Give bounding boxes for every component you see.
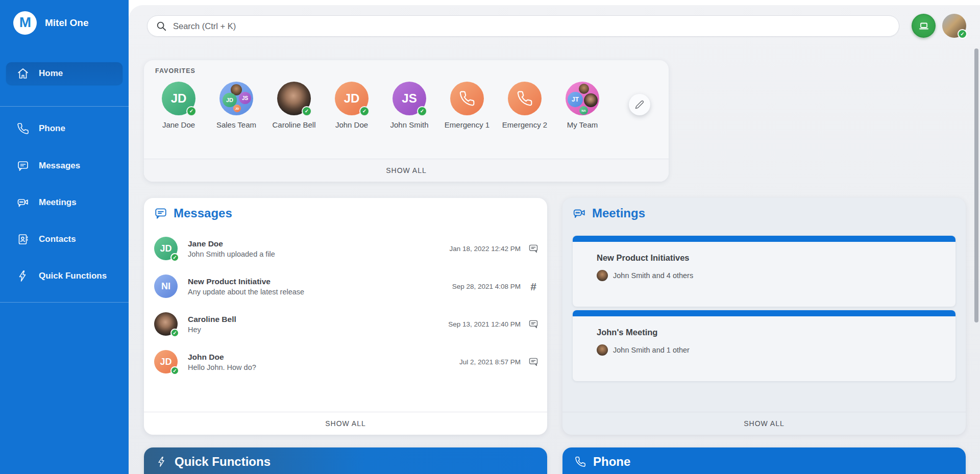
phone-title: Phone xyxy=(593,455,630,469)
avatar: JD ✓ xyxy=(162,82,195,115)
sidebar-item-phone[interactable]: Phone xyxy=(6,117,122,140)
app-logo: M Mitel One xyxy=(0,0,129,35)
sidebar-divider xyxy=(0,106,129,107)
mini-avatar: JT xyxy=(568,92,583,107)
meetings-icon xyxy=(16,196,30,209)
avatar: JS ✓ xyxy=(393,82,426,115)
message-timestamp: Sep 13, 2021 12:40 PM xyxy=(448,320,521,328)
favorite-jane-doe[interactable]: JD ✓ Jane Doe xyxy=(156,82,201,129)
messages-icon xyxy=(16,159,30,172)
group-avatar: JT NA xyxy=(566,82,599,115)
message-row[interactable]: JD ✓ Jane Doe John Smith uploaded a file… xyxy=(154,230,539,267)
message-row[interactable]: NI New Product Initiative Any update abo… xyxy=(154,267,539,305)
phone-icon xyxy=(517,90,533,107)
phone-icon xyxy=(459,90,475,107)
participant-avatar xyxy=(597,344,608,356)
meeting-participants: John Smith and 4 others xyxy=(613,271,693,280)
quick-functions-icon xyxy=(16,269,30,283)
mini-avatar: NA xyxy=(579,106,588,115)
favorites-show-all-button[interactable]: SHOW ALL xyxy=(144,159,669,182)
message-preview: Hello John. How do? xyxy=(188,363,256,371)
chat-bubble-icon xyxy=(528,319,539,329)
message-row[interactable]: ✓ Caroline Bell Hey Sep 13, 2021 12:40 P… xyxy=(154,305,539,343)
favorite-emergency-1[interactable]: Emergency 1 xyxy=(445,82,489,129)
message-timestamp: Jul 2, 2021 8:57 PM xyxy=(459,358,521,366)
messages-card: Messages JD ✓ Jane Doe John Smith upload… xyxy=(144,198,547,435)
sidebar-item-quick-functions[interactable]: Quick Functions xyxy=(6,265,122,287)
favorite-john-doe[interactable]: JD ✓ John Doe xyxy=(329,82,374,129)
favorite-john-smith[interactable]: JS ✓ John Smith xyxy=(387,82,432,129)
meetings-icon xyxy=(573,207,586,220)
favorite-my-team[interactable]: JT NA My Team xyxy=(560,82,605,129)
mini-avatar xyxy=(579,84,589,94)
laptop-icon xyxy=(918,20,930,32)
presence-badge-icon: ✓ xyxy=(958,29,967,39)
sidebar-item-label: Quick Functions xyxy=(39,271,107,281)
phone-icon xyxy=(16,122,30,135)
presence-badge-icon: ✓ xyxy=(302,106,312,116)
favorites-card: FAVORITES JD ✓ Jane Doe JD JS JD xyxy=(144,60,669,182)
meeting-accent-bar xyxy=(573,236,955,242)
user-avatar[interactable]: ✓ xyxy=(942,14,966,38)
sidebar-item-label: Home xyxy=(39,68,63,79)
messages-icon xyxy=(154,207,167,220)
phone-header: Phone xyxy=(562,447,966,474)
meeting-title: John's Meeting xyxy=(597,328,955,337)
meetings-show-all-button[interactable]: SHOW ALL xyxy=(562,412,966,435)
phone-card: Phone xyxy=(562,447,966,474)
favorite-caroline-bell[interactable]: ✓ Caroline Bell xyxy=(272,82,316,129)
favorite-emergency-2[interactable]: Emergency 2 xyxy=(502,82,547,129)
channel-hash-icon: # xyxy=(528,281,539,292)
phone-icon xyxy=(575,456,586,467)
message-preview: John Smith uploaded a file xyxy=(188,250,275,258)
favorite-name: Jane Doe xyxy=(162,120,195,129)
sidebar-item-messages[interactable]: Messages xyxy=(6,155,122,177)
edit-favorites-button[interactable] xyxy=(629,94,650,115)
presence-badge-icon: ✓ xyxy=(186,106,197,116)
message-row[interactable]: JD ✓ John Doe Hello John. How do? Jul 2,… xyxy=(154,343,539,381)
meetings-card: Meetings New Product Initiatives John Sm… xyxy=(562,198,966,435)
mini-avatar xyxy=(584,93,598,107)
quick-functions-title: Quick Functions xyxy=(175,455,271,469)
sidebar: M Mitel One Home Phone Mess xyxy=(0,0,129,474)
device-button[interactable] xyxy=(912,14,936,38)
quick-functions-icon xyxy=(156,456,167,467)
avatar: JD ✓ xyxy=(335,82,369,115)
main-content: ✓ FAVORITES JD ✓ Jane Doe JD JS xyxy=(129,5,980,474)
mitel-one-app: M Mitel One Home Phone Mess xyxy=(0,0,980,474)
favorite-name: My Team xyxy=(567,120,598,129)
phone-avatar xyxy=(450,82,484,115)
message-sender: Jane Doe xyxy=(188,239,275,248)
messages-show-all-button[interactable]: SHOW ALL xyxy=(144,412,547,435)
photo-avatar: ✓ xyxy=(154,312,178,336)
favorite-name: John Doe xyxy=(335,120,368,129)
favorite-sales-team[interactable]: JD JS JD Sales Team xyxy=(214,82,259,129)
avatar: JD ✓ xyxy=(154,350,178,373)
meeting-title: New Product Initiatives xyxy=(597,253,955,263)
quick-functions-header: Quick Functions xyxy=(144,447,547,474)
meeting-item[interactable]: John's Meeting John Smith and 1 other xyxy=(573,310,955,381)
favorite-name: Sales Team xyxy=(216,120,256,129)
sidebar-item-home[interactable]: Home xyxy=(6,62,122,85)
messages-title: Messages xyxy=(174,206,232,220)
scrollbar-thumb[interactable] xyxy=(974,48,978,322)
sidebar-item-contacts[interactable]: Contacts xyxy=(6,228,122,251)
meeting-item[interactable]: New Product Initiatives John Smith and 4… xyxy=(573,236,955,307)
messages-list: JD ✓ Jane Doe John Smith uploaded a file… xyxy=(154,230,539,381)
chat-bubble-icon xyxy=(528,243,539,254)
avatar: JD ✓ xyxy=(154,237,178,260)
meetings-header: Meetings xyxy=(573,206,645,220)
favorites-row: JD ✓ Jane Doe JD JS JD Sales Team xyxy=(156,82,605,129)
favorite-name: Emergency 2 xyxy=(502,120,547,129)
avatar: NI xyxy=(154,275,178,298)
mini-avatar: JD xyxy=(233,105,241,112)
sidebar-item-label: Phone xyxy=(39,123,65,134)
presence-badge-icon: ✓ xyxy=(417,106,427,116)
presence-badge-icon: ✓ xyxy=(359,106,370,116)
message-preview: Any update about the latest release xyxy=(188,288,304,296)
search-input[interactable] xyxy=(173,21,891,31)
group-avatar: JD JS JD xyxy=(219,82,253,115)
message-preview: Hey xyxy=(188,326,236,334)
sidebar-item-meetings[interactable]: Meetings xyxy=(6,191,122,214)
favorite-name: Caroline Bell xyxy=(272,120,315,129)
